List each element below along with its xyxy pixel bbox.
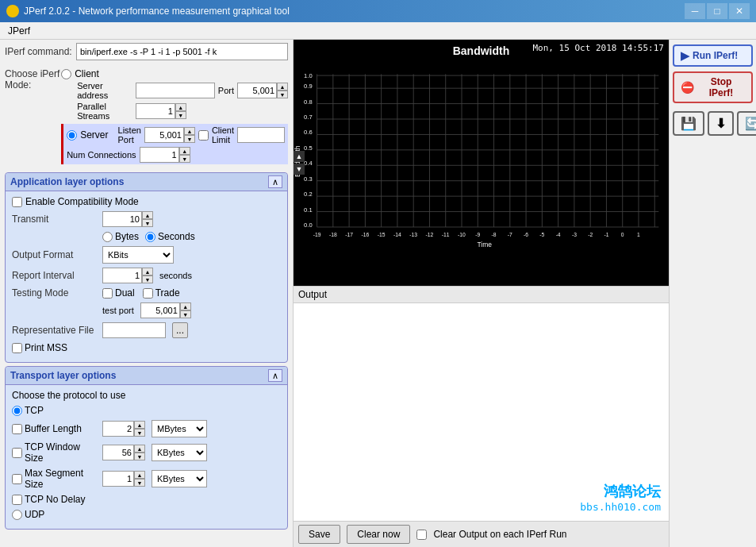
refresh-icon-button[interactable]: 🔄 xyxy=(737,111,756,136)
tcp-window-up[interactable]: ▲ xyxy=(134,445,145,453)
client-radio[interactable] xyxy=(61,69,71,79)
test-port-input[interactable] xyxy=(140,302,180,318)
buffer-length-check-label: Buffer Length xyxy=(12,423,99,434)
server-mode-section: Server Listen Port ▲ ▼ Client Limit xyxy=(61,124,288,164)
svg-text:1.0: 1.0 xyxy=(304,72,313,79)
close-button[interactable]: ✕ xyxy=(729,3,750,19)
listen-port-up[interactable]: ▲ xyxy=(184,127,195,135)
interval-down[interactable]: ▼ xyxy=(142,275,153,283)
max-segment-unit-select[interactable]: KBytes MBytes Bytes xyxy=(152,470,207,487)
tcp-no-delay-check[interactable] xyxy=(12,495,22,505)
mode-options: Client Server address Port ▲ ▼ xyxy=(61,68,288,164)
download-icon-button[interactable]: ⬇ xyxy=(708,111,734,136)
num-conn-up[interactable]: ▲ xyxy=(179,147,190,155)
port-down[interactable]: ▼ xyxy=(277,91,288,98)
title-bar-left: JPerf 2.0.2 - Network performance measur… xyxy=(6,5,290,17)
clear-button[interactable]: Clear now xyxy=(347,525,410,544)
browse-button[interactable]: ... xyxy=(172,322,188,338)
num-conn-down[interactable]: ▼ xyxy=(179,155,190,163)
port-up[interactable]: ▲ xyxy=(277,83,288,91)
client-limit-check[interactable] xyxy=(198,130,209,141)
test-port-down[interactable]: ▼ xyxy=(180,310,191,318)
stop-button[interactable]: ⛔ Stop IPerf! xyxy=(673,71,753,103)
clear-on-run-check[interactable] xyxy=(416,530,427,540)
transmit-label: Transmit xyxy=(12,214,99,225)
tcp-radio[interactable] xyxy=(12,406,22,416)
iperf-command-label: IPerf command: xyxy=(5,46,76,57)
tcp-window-unit-select[interactable]: KBytes MBytes Bytes xyxy=(152,444,207,461)
print-mss-row: Print MSS xyxy=(12,342,281,353)
iperf-command-input[interactable] xyxy=(76,43,288,60)
buffer-length-input[interactable] xyxy=(102,421,134,437)
save-icon-button[interactable]: 💾 xyxy=(673,111,704,136)
run-button[interactable]: ▶ Run IPerf! xyxy=(673,44,753,67)
center-panel: Mon, 15 Oct 2018 14:55:17 Bandwidth 0.0 … xyxy=(294,40,669,547)
bytes-radio[interactable] xyxy=(102,232,113,242)
test-port-label: test port xyxy=(102,306,134,315)
client-limit-input[interactable] xyxy=(237,127,285,143)
port-input[interactable] xyxy=(237,83,277,98)
svg-text:0.6: 0.6 xyxy=(304,129,313,136)
server-address-label: Server address xyxy=(77,81,132,100)
num-connections-input[interactable] xyxy=(140,147,179,163)
svg-text:0.0: 0.0 xyxy=(304,221,313,229)
svg-text:0.5: 0.5 xyxy=(304,144,313,152)
server-radio[interactable] xyxy=(67,130,77,141)
max-seg-down[interactable]: ▼ xyxy=(134,479,145,487)
chart-scroll-down[interactable]: ▼ xyxy=(294,164,305,175)
buffer-unit-select[interactable]: MBytes KBytes Bytes xyxy=(152,420,207,437)
parallel-up[interactable]: ▲ xyxy=(175,103,186,111)
port-spin: ▲ ▼ xyxy=(237,83,288,98)
output-format-label: Output Format xyxy=(12,249,99,260)
report-interval-label: Report Interval xyxy=(12,270,99,281)
choose-protocol-label: Choose the protocol to use xyxy=(12,390,125,401)
report-interval-row: Report Interval ▲ ▼ seconds xyxy=(12,268,281,283)
transmit-input[interactable] xyxy=(102,211,142,227)
save-button[interactable]: Save xyxy=(298,525,340,544)
svg-text:-19: -19 xyxy=(313,232,321,237)
svg-text:-17: -17 xyxy=(345,232,353,237)
tcp-window-check[interactable] xyxy=(12,448,22,458)
udp-radio[interactable] xyxy=(12,510,22,520)
client-mode-section: Client Server address Port ▲ ▼ xyxy=(61,68,288,121)
test-port-up[interactable]: ▲ xyxy=(180,302,191,310)
clear-on-run-label: Clear Output on each IPerf Run xyxy=(433,529,566,540)
tcp-window-down[interactable]: ▼ xyxy=(134,453,145,460)
app-body: IPerf command: Choose iPerf Mode: Client xyxy=(0,40,756,547)
minimize-button[interactable]: ─ xyxy=(685,3,705,19)
parallel-streams-input[interactable] xyxy=(136,103,175,119)
seconds-radio[interactable] xyxy=(145,232,155,242)
listen-port-input[interactable] xyxy=(144,127,184,143)
maximize-button[interactable]: □ xyxy=(707,3,727,19)
enable-compat-check[interactable] xyxy=(12,197,22,207)
interval-up[interactable]: ▲ xyxy=(142,268,153,275)
parallel-down[interactable]: ▼ xyxy=(175,111,186,119)
server-address-input[interactable] xyxy=(136,83,215,98)
output-format-row: Output Format KBits Bytes MBits GBits KB… xyxy=(12,246,281,264)
buffer-up[interactable]: ▲ xyxy=(134,421,145,429)
print-mss-check[interactable] xyxy=(12,343,22,353)
buffer-length-check[interactable] xyxy=(12,424,22,434)
transmit-spin: ▲ ▼ xyxy=(102,211,153,227)
transmit-up[interactable]: ▲ xyxy=(142,211,153,219)
listen-port-spin: ▲ ▼ xyxy=(144,127,195,143)
print-mss-label: Print MSS xyxy=(12,342,67,353)
rep-file-input[interactable] xyxy=(102,322,166,338)
dual-check[interactable] xyxy=(102,288,113,299)
max-seg-up[interactable]: ▲ xyxy=(134,471,145,479)
dual-label: Dual xyxy=(102,287,135,299)
run-icon: ▶ xyxy=(681,49,689,62)
listen-port-down[interactable]: ▼ xyxy=(184,135,195,143)
menu-jperf[interactable]: JPerf xyxy=(3,24,35,38)
output-format-select[interactable]: KBits Bytes MBits GBits KBytes MBytes GB… xyxy=(102,246,174,264)
transmit-down[interactable]: ▼ xyxy=(142,219,153,227)
transport-layer-collapse[interactable]: ∧ xyxy=(268,369,282,382)
max-segment-check[interactable] xyxy=(12,474,22,484)
chart-scroll-up[interactable]: ▲ xyxy=(294,151,305,162)
buffer-down[interactable]: ▼ xyxy=(134,429,145,437)
report-interval-input[interactable] xyxy=(102,268,142,283)
trade-check[interactable] xyxy=(143,288,153,299)
app-layer-collapse[interactable]: ∧ xyxy=(268,175,282,188)
tcp-window-input[interactable] xyxy=(102,445,134,460)
max-segment-input[interactable] xyxy=(102,471,134,487)
